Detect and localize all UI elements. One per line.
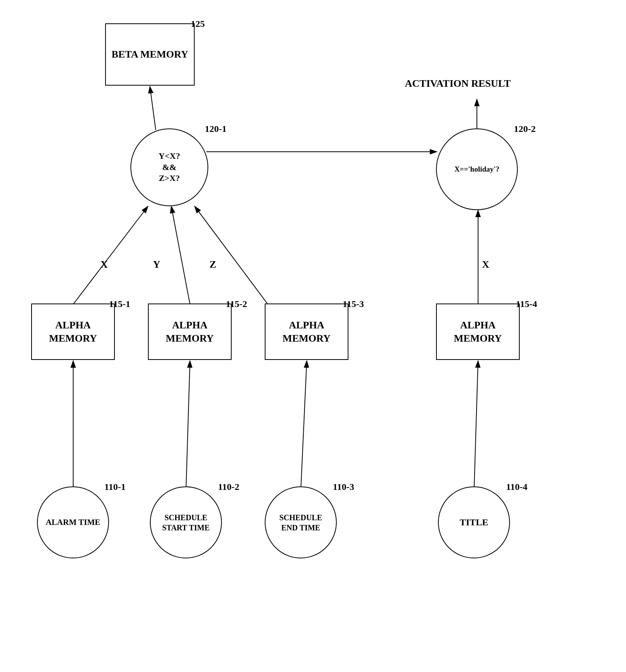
alarm-time-node: ALARM TIME: [37, 486, 109, 558]
svg-line-12: [474, 361, 478, 487]
alarm-time-id: 110-1: [104, 482, 126, 492]
title-label: TITLE: [460, 516, 488, 528]
schedule-end-time-node: SCHEDULEEND TIME: [265, 486, 337, 558]
alpha-memory-2-label: ALPHAMEMORY: [166, 319, 214, 345]
join-node-2: X=='holiday'?: [436, 128, 518, 210]
alpha-memory-2: ALPHAMEMORY: [148, 304, 232, 360]
beta-memory-node: BETA MEMORY: [105, 23, 195, 86]
svg-line-2: [150, 86, 156, 130]
edge-label-x-right: X: [482, 259, 489, 270]
schedule-end-time-label: SCHEDULEEND TIME: [279, 512, 322, 533]
join-node-2-id: 120-2: [514, 124, 536, 134]
alpha-memory-4: ALPHAMEMORY: [436, 304, 520, 360]
alarm-time-label: ALARM TIME: [46, 517, 100, 528]
title-id: 110-4: [506, 482, 528, 492]
svg-line-10: [186, 361, 190, 487]
alpha-memory-4-id: 115-4: [516, 299, 537, 309]
alpha-memory-2-id: 115-2: [226, 299, 247, 309]
schedule-start-time-id: 110-2: [218, 482, 239, 492]
alpha-memory-1-label: ALPHAMEMORY: [49, 319, 97, 345]
activation-result-label: ACTIVATION RESULT: [405, 78, 511, 89]
edge-label-y: Y: [153, 259, 160, 270]
beta-memory-label: BETA MEMORY: [111, 48, 188, 61]
alpha-memory-3-label: ALPHAMEMORY: [283, 319, 331, 345]
svg-line-6: [171, 206, 190, 304]
schedule-start-time-label: SCHEDULESTART TIME: [162, 512, 209, 533]
alpha-memory-4-label: ALPHAMEMORY: [454, 319, 502, 345]
svg-line-11: [301, 361, 307, 487]
join-node-1: Y<X?&&Z>X?: [130, 128, 208, 206]
schedule-start-time-node: SCHEDULESTART TIME: [150, 486, 222, 558]
join-node-1-id: 120-1: [205, 124, 227, 134]
join-node-1-label: Y<X?&&Z>X?: [158, 151, 180, 184]
join-node-2-label: X=='holiday'?: [454, 165, 499, 174]
edge-label-x: X: [100, 259, 108, 270]
diagram: BETA MEMORY 125 Y<X?&&Z>X? 120-1 X=='hol…: [0, 0, 626, 672]
title-node: TITLE: [438, 486, 510, 558]
beta-memory-id: 125: [191, 19, 205, 29]
alpha-memory-1: ALPHAMEMORY: [31, 304, 115, 360]
edge-label-z: Z: [209, 259, 216, 270]
svg-line-5: [73, 206, 148, 304]
svg-line-7: [195, 206, 268, 304]
alpha-memory-1-id: 115-1: [109, 299, 130, 309]
alpha-memory-3-id: 115-3: [343, 299, 364, 309]
alpha-memory-3: ALPHAMEMORY: [265, 304, 348, 360]
schedule-end-time-id: 110-3: [333, 482, 354, 492]
